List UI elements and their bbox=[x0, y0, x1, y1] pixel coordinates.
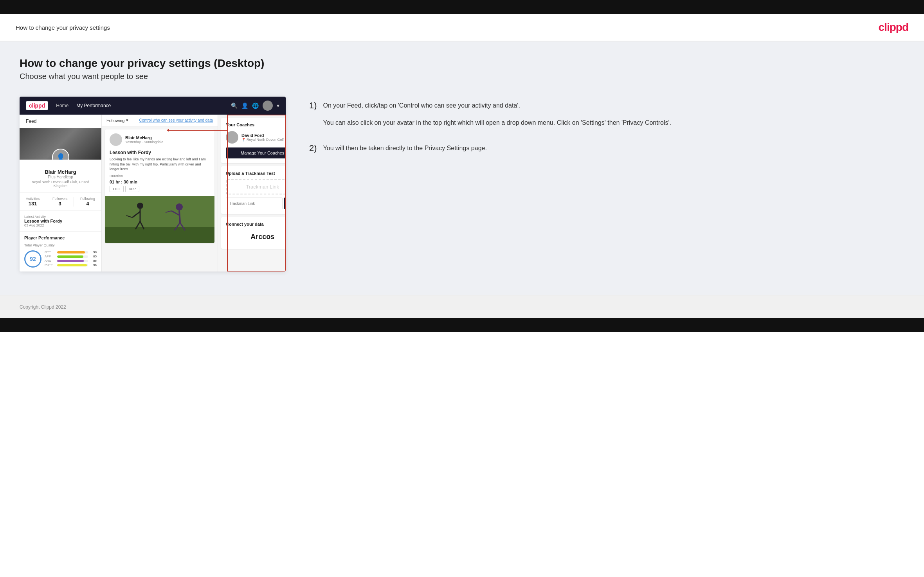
tag-app: APP bbox=[125, 186, 139, 192]
bar-ott-num: 90 bbox=[90, 250, 97, 254]
user-hero: 👤 bbox=[20, 128, 101, 160]
manage-coaches-button[interactable]: Manage Your Coaches bbox=[226, 147, 286, 158]
feed-user-time: Yesterday · Sunningdale bbox=[125, 140, 163, 144]
arccos-logo: Arccos bbox=[226, 230, 286, 244]
following-button[interactable]: Following ▾ bbox=[106, 118, 128, 123]
trackman-placeholder: Trackman Link bbox=[226, 179, 286, 194]
quality-container: 92 OTT 90 bbox=[24, 250, 97, 268]
feed-image bbox=[105, 196, 214, 243]
following-chevron: ▾ bbox=[126, 118, 128, 123]
instruction-2-number: 2) bbox=[309, 143, 317, 153]
person-icon[interactable]: 👤 bbox=[241, 102, 248, 109]
app-body: Feed 👤 Blair McHarg Plus Handicap Royal … bbox=[20, 115, 286, 271]
golfer-svg bbox=[105, 196, 214, 243]
instruction-2: 2) You will then be taken directly to th… bbox=[309, 143, 904, 153]
bar-putt-fill bbox=[57, 264, 87, 266]
stat-followers-value: 3 bbox=[52, 201, 68, 207]
chevron-down-icon[interactable]: ▾ bbox=[277, 102, 279, 109]
instruction-1-content: On your Feed, click/tap on 'Control who … bbox=[323, 101, 671, 128]
bar-ott-label: OTT bbox=[45, 250, 56, 254]
connect-section: Connect your data Arccos bbox=[221, 217, 286, 249]
stat-activities-label: Activities bbox=[26, 197, 40, 201]
stat-following: Following 4 bbox=[80, 197, 95, 207]
user-avatar-nav[interactable] bbox=[263, 101, 273, 111]
app-wrapper: clippd Home My Performance 🔍 👤 🌐 ▾ bbox=[20, 97, 286, 271]
nav-my-performance[interactable]: My Performance bbox=[76, 103, 111, 108]
user-club: Royal North Devon Golf Club, United King… bbox=[24, 180, 97, 188]
feed-activity-title: Lesson with Fordy bbox=[110, 150, 210, 155]
latest-activity-label: Latest Activity bbox=[24, 215, 97, 219]
bar-app-num: 85 bbox=[90, 255, 97, 258]
coach-details: David Ford 📍 Royal North Devon Golf Club bbox=[241, 133, 286, 142]
bar-ott-fill bbox=[57, 251, 85, 253]
total-quality-label: Total Player Quality bbox=[24, 243, 97, 247]
demo-area: clippd Home My Performance 🔍 👤 🌐 ▾ bbox=[20, 97, 904, 271]
instruction-1-detail: You can also click on your avatar in the… bbox=[323, 118, 671, 128]
feed-card-header: Blair McHarg Yesterday · Sunningdale bbox=[105, 129, 214, 150]
stat-followers-label: Followers bbox=[52, 197, 68, 201]
user-info: Blair McHarg Plus Handicap Royal North D… bbox=[20, 160, 101, 193]
instruction-2-content: You will then be taken directly to the P… bbox=[323, 143, 487, 153]
bar-ott: OTT 90 bbox=[45, 250, 97, 254]
stat-divider-2 bbox=[74, 197, 74, 207]
feed-duration-label: Duration bbox=[110, 174, 210, 178]
globe-icon[interactable]: 🌐 bbox=[252, 102, 259, 109]
coach-club: 📍 Royal North Devon Golf Club bbox=[241, 138, 286, 142]
trackman-title: Upload a Trackman Test bbox=[226, 171, 286, 176]
coach-club-text: Royal North Devon Golf Club bbox=[247, 138, 286, 142]
coach-item: David Ford 📍 Royal North Devon Golf Club bbox=[226, 131, 286, 144]
coaches-section: Your Coaches David Ford 📍 Royal North De… bbox=[221, 118, 286, 163]
stat-activities-value: 131 bbox=[26, 201, 40, 207]
quality-score: 92 bbox=[24, 250, 41, 268]
user-avatar-container: 👤 bbox=[52, 149, 69, 160]
bar-arg-label: ARG bbox=[45, 259, 56, 262]
coaches-title: Your Coaches bbox=[226, 122, 286, 127]
feed-tab[interactable]: Feed bbox=[20, 115, 101, 128]
main-content: How to change your privacy settings (Des… bbox=[0, 41, 924, 295]
search-icon[interactable]: 🔍 bbox=[231, 102, 238, 109]
control-privacy-link[interactable]: Control who can see your activity and da… bbox=[139, 118, 213, 122]
following-label: Following bbox=[106, 118, 124, 123]
connect-title: Connect your data bbox=[226, 222, 286, 226]
pin-icon: 📍 bbox=[241, 138, 246, 142]
quality-bars: OTT 90 APP bbox=[45, 250, 97, 268]
user-handicap: Plus Handicap bbox=[24, 175, 97, 179]
add-link-button[interactable]: Add Link bbox=[284, 198, 286, 209]
bar-arg-num: 86 bbox=[90, 259, 97, 262]
bar-putt: PUTT 96 bbox=[45, 263, 97, 267]
feed-activity-desc: Looking to feel like my hands are exitin… bbox=[110, 157, 210, 172]
svg-rect-1 bbox=[105, 227, 214, 243]
instruction-1: 1) On your Feed, click/tap on 'Control w… bbox=[309, 101, 904, 128]
app-screenshot: clippd Home My Performance 🔍 👤 🌐 ▾ bbox=[20, 97, 286, 271]
latest-activity-date: 03 Aug 2022 bbox=[24, 223, 97, 227]
feed-panel: Following ▾ Control who can see your act… bbox=[102, 115, 218, 271]
feed-card-body: Lesson with Fordy Looking to feel like m… bbox=[105, 150, 214, 196]
user-name: Blair McHarg bbox=[24, 169, 97, 175]
coach-avatar bbox=[226, 131, 238, 144]
svg-point-8 bbox=[176, 203, 183, 210]
left-panel: Feed 👤 Blair McHarg Plus Handicap Royal … bbox=[20, 115, 102, 271]
nav-home[interactable]: Home bbox=[56, 103, 68, 108]
trackman-input-row: Add Link bbox=[226, 198, 286, 209]
trackman-placeholder-text: Trackman Link bbox=[246, 184, 279, 190]
feed-card: Blair McHarg Yesterday · Sunningdale Les… bbox=[105, 129, 214, 243]
stat-activities: Activities 131 bbox=[26, 197, 40, 207]
svg-line-9 bbox=[179, 210, 180, 223]
trackman-input[interactable] bbox=[226, 198, 283, 209]
coach-name: David Ford bbox=[241, 133, 286, 138]
svg-point-2 bbox=[137, 203, 143, 209]
stat-following-value: 4 bbox=[80, 201, 95, 207]
top-bar bbox=[0, 0, 924, 14]
page-subtitle: Choose what you want people to see bbox=[20, 72, 904, 81]
stat-following-label: Following bbox=[80, 197, 95, 201]
instruction-1-text: On your Feed, click/tap on 'Control who … bbox=[323, 101, 671, 111]
latest-activity-section: Latest Activity Lesson with Fordy 03 Aug… bbox=[20, 211, 101, 232]
nav-icons: 🔍 👤 🌐 ▾ bbox=[231, 101, 279, 111]
bar-arg: ARG 86 bbox=[45, 259, 97, 262]
latest-activity-value: Lesson with Fordy bbox=[24, 219, 97, 223]
bar-app-label: APP bbox=[45, 255, 56, 258]
right-sidebar: Your Coaches David Ford 📍 Royal North De… bbox=[218, 115, 286, 271]
feed-duration-value: 01 hr : 30 min bbox=[110, 180, 210, 184]
app-nav-logo: clippd bbox=[26, 101, 48, 110]
feed-tags: OTT APP bbox=[110, 186, 210, 192]
